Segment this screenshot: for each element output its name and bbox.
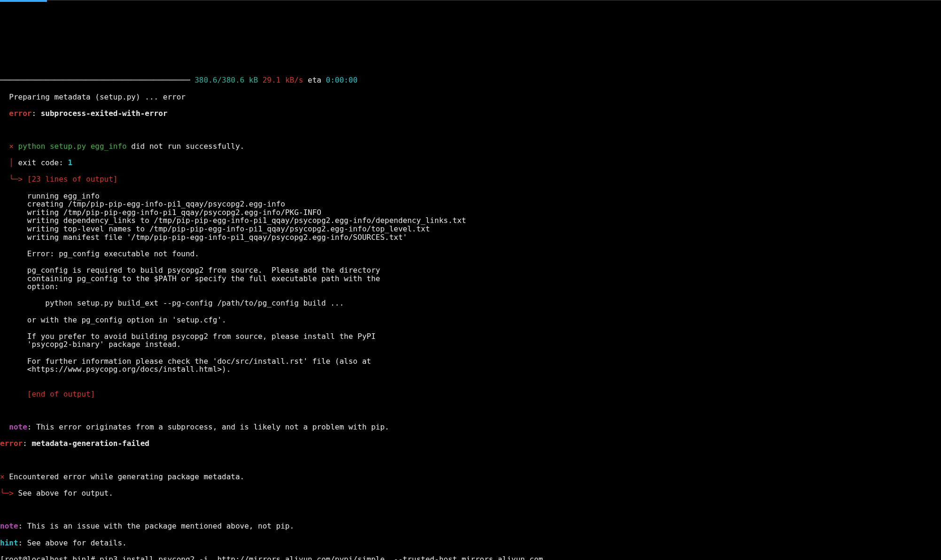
output-line: 'psycopg2-binary' package instead. (0, 340, 941, 349)
blank-line (0, 506, 941, 514)
note-subprocess: note: This error originates from a subpr… (0, 423, 941, 431)
error-metadata-failed: error: metadata-generation-failed (0, 439, 941, 448)
output-line (0, 258, 941, 266)
error-line: error: subprocess-exited-with-error (0, 109, 941, 118)
end-of-output: [end of output] (0, 390, 941, 399)
note-package-issue: note: This is an issue with the package … (0, 522, 941, 530)
output-line: pg_config is required to build psycopg2 … (0, 266, 941, 275)
terminal-output[interactable]: ────────────────────────────────────────… (0, 66, 941, 560)
output-line: writing /tmp/pip-pip-egg-info-pi1_qqay/p… (0, 208, 941, 217)
output-line (0, 349, 941, 357)
output-line: running egg_info (0, 192, 941, 200)
output-line: <https://www.psycopg.org/docs/install.ht… (0, 365, 941, 374)
output-line: option: (0, 283, 941, 291)
blank-line (0, 407, 941, 415)
output-line: If you prefer to avoid building psycopg2… (0, 332, 941, 341)
output-line: writing dependency_links to /tmp/pip-pip… (0, 216, 941, 225)
output-line: For further information please check the… (0, 357, 941, 366)
output-line: writing top-level names to /tmp/pip-pip-… (0, 225, 941, 233)
hint-see-above: hint: See above for details. (0, 539, 941, 547)
output-line: python setup.py build_ext --pg-config /p… (0, 299, 941, 307)
output-line: creating /tmp/pip-pip-egg-info-pi1_qqay/… (0, 200, 941, 208)
output-line: or with the pg_config option in 'setup.c… (0, 316, 941, 324)
see-above: ╰─> See above for output. (0, 489, 941, 498)
output-line (0, 374, 941, 382)
x-did-not-run: × python setup.py egg_info did not run s… (0, 142, 941, 151)
output-line (0, 307, 941, 316)
encountered-error: × Encountered error while generating pac… (0, 473, 941, 481)
egg-info-output: running egg_info creating /tmp/pip-pip-e… (0, 192, 941, 382)
output-line: containing pg_config to the $PATH or spe… (0, 275, 941, 283)
preparing-metadata: Preparing metadata (setup.py) ... error (0, 93, 941, 101)
blank-line (0, 126, 941, 134)
output-line: writing manifest file '/tmp/pip-pip-egg-… (0, 233, 941, 242)
shell-prompt[interactable]: [root@localhost bin]# pip3 install psyco… (0, 555, 941, 560)
output-line (0, 241, 941, 250)
output-line (0, 324, 941, 332)
blank-line (0, 456, 941, 465)
output-line (0, 291, 941, 299)
progress-line: ────────────────────────────────────────… (0, 76, 941, 84)
exit-code-line: │ exit code: 1 (0, 159, 941, 167)
output-line: Error: pg_config executable not found. (0, 250, 941, 258)
output-header: ╰─> [23 lines of output] (0, 175, 941, 184)
